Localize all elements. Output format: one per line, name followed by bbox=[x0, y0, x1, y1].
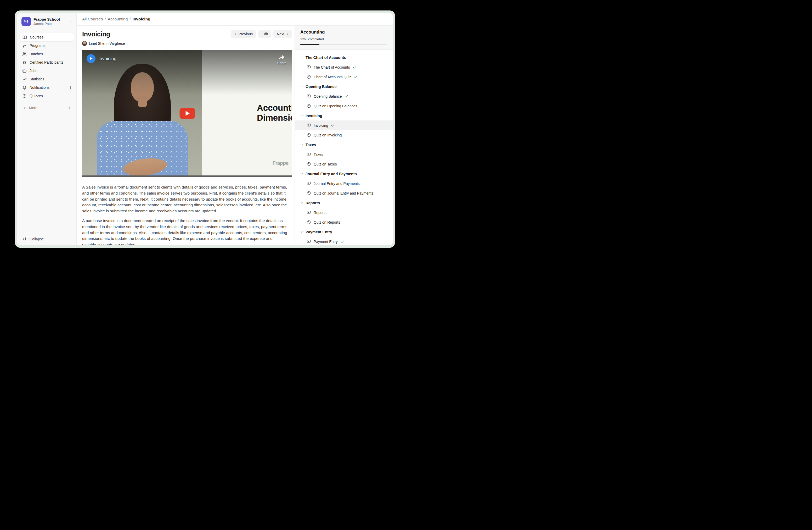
section-title: Reports bbox=[306, 201, 320, 205]
lesson-main: Invoicing Previous Edit Next bbox=[77, 26, 294, 245]
lesson-body: A Sales invoice is a formal document sen… bbox=[82, 184, 292, 245]
lesson-video-icon bbox=[307, 181, 311, 186]
presenter-neck bbox=[138, 99, 147, 107]
outline-quiz[interactable]: Quiz on Journal Entry and Payments bbox=[295, 188, 393, 198]
sidebar-item-jobs[interactable]: Jobs bbox=[20, 67, 74, 75]
lesson-paragraph: A purchase invoice is a document created… bbox=[82, 218, 288, 245]
author-avatar bbox=[82, 41, 87, 46]
quiz-icon bbox=[307, 104, 311, 108]
previous-button[interactable]: Previous bbox=[231, 30, 256, 38]
outline-section-invoicing[interactable]: Invoicing bbox=[295, 111, 393, 121]
sidebar-item-certified-participants[interactable]: Certified Participants bbox=[20, 58, 74, 67]
presenter-mic bbox=[142, 110, 143, 111]
sidebar-item-batches[interactable]: Batches bbox=[20, 50, 74, 58]
edit-button[interactable]: Edit bbox=[258, 30, 271, 38]
breadcrumb-separator: / bbox=[105, 17, 106, 22]
chevron-down-icon bbox=[300, 201, 303, 205]
plus-icon[interactable] bbox=[67, 106, 71, 110]
lesson-video-icon bbox=[307, 239, 311, 244]
outline-quiz[interactable]: Quiz on Reports bbox=[295, 217, 393, 227]
sidebar-item-label: More bbox=[29, 106, 64, 110]
breadcrumb-all-courses[interactable]: All Courses bbox=[82, 17, 103, 22]
outline-section-journal-entry[interactable]: Journal Entry and Payments bbox=[295, 169, 393, 179]
course-outline-list: The Chart of Accounts The Chart of Accou… bbox=[295, 50, 393, 245]
quiz-label: Quiz on Journal Entry and Payments bbox=[314, 191, 373, 195]
progress-bar-fill bbox=[300, 44, 319, 45]
breadcrumb-separator: / bbox=[130, 17, 131, 22]
author-row: Linet Sherin Varghese bbox=[82, 41, 292, 46]
app-window-frame: Frappe School Jannat Patel Courses Progr… bbox=[15, 11, 395, 248]
next-button[interactable]: Next bbox=[273, 30, 292, 38]
outline-section-reports[interactable]: Reports bbox=[295, 198, 393, 208]
book-open-icon bbox=[23, 35, 27, 40]
section-title: Taxes bbox=[306, 143, 316, 147]
outline-quiz[interactable]: Quiz on Taxes bbox=[295, 159, 393, 169]
chevron-down-icon bbox=[300, 56, 303, 59]
video-share-button[interactable]: Share bbox=[277, 54, 287, 65]
next-label: Next bbox=[277, 32, 284, 36]
video-title[interactable]: Invoicing bbox=[98, 56, 116, 61]
users-icon bbox=[22, 52, 27, 56]
sidebar-item-label: Quizzes bbox=[30, 94, 71, 98]
sidebar-item-label: Statistics bbox=[30, 77, 71, 81]
notification-count-badge: 1 bbox=[70, 86, 71, 89]
outline-lesson[interactable]: Reports bbox=[295, 208, 393, 217]
completed-check-icon bbox=[354, 75, 358, 79]
sidebar-item-programs[interactable]: Programs bbox=[20, 41, 74, 50]
course-progress-header: Accounting 22% completed bbox=[295, 26, 393, 50]
sidebar-item-notifications[interactable]: Notifications 1 bbox=[20, 83, 74, 92]
lesson-label: Invoicing bbox=[314, 123, 328, 127]
sidebar-item-courses[interactable]: Courses bbox=[20, 33, 74, 41]
outline-lesson[interactable]: The Chart of Accounts bbox=[295, 62, 393, 72]
outline-quiz[interactable]: Quiz on Opening Balances bbox=[295, 101, 393, 111]
outline-section-opening-balance[interactable]: Opening Balance bbox=[295, 82, 393, 92]
lesson-label: Opening Balance bbox=[314, 94, 342, 98]
chevron-down-icon bbox=[300, 85, 303, 88]
outline-section-payment-entry[interactable]: Payment Entry bbox=[295, 227, 393, 237]
outline-section-chart-of-accounts[interactable]: The Chart of Accounts bbox=[295, 53, 393, 62]
sidebar-item-label: Programs bbox=[30, 43, 71, 48]
completed-check-icon bbox=[344, 94, 348, 98]
quiz-label: Chart of Accounts Quiz bbox=[314, 75, 351, 79]
quiz-icon bbox=[307, 191, 311, 195]
sidebar-item-statistics[interactable]: Statistics bbox=[20, 75, 74, 83]
outline-lesson[interactable]: Taxes bbox=[295, 150, 393, 159]
play-button[interactable] bbox=[179, 108, 195, 118]
lesson-label: Reports bbox=[314, 211, 327, 215]
outline-quiz[interactable]: Chart of Accounts Quiz bbox=[295, 72, 393, 82]
outline-lesson[interactable]: Journal Entry and Payments bbox=[295, 179, 393, 188]
quiz-icon bbox=[307, 162, 311, 166]
section-title: Opening Balance bbox=[306, 85, 336, 89]
breadcrumb-accounting[interactable]: Accounting bbox=[108, 17, 128, 22]
workspace-switcher[interactable]: Frappe School Jannat Patel bbox=[21, 17, 73, 26]
edit-label: Edit bbox=[262, 32, 268, 36]
sidebar-item-more[interactable]: More bbox=[20, 104, 74, 112]
chevron-down-icon bbox=[300, 231, 303, 234]
workspace-info: Frappe School Jannat Patel bbox=[33, 17, 67, 26]
chevron-down-icon bbox=[300, 114, 303, 117]
outline-section-taxes[interactable]: Taxes bbox=[295, 140, 393, 150]
lesson-paragraph: A Sales invoice is a formal document sen… bbox=[82, 184, 288, 214]
video-player[interactable]: Accounting Dimensions Frappe F Invoicing bbox=[82, 50, 292, 177]
completed-check-icon bbox=[353, 65, 357, 69]
trending-up-icon bbox=[22, 77, 27, 81]
course-title: Accounting bbox=[300, 30, 387, 35]
quiz-icon bbox=[307, 220, 311, 224]
collapse-label: Collapse bbox=[30, 237, 44, 241]
sidebar-nav: Courses Programs Batches Certified Parti… bbox=[17, 29, 76, 237]
video-channel-avatar[interactable]: F bbox=[87, 54, 96, 63]
workspace-title: Frappe School bbox=[33, 17, 67, 22]
collapse-sidebar-button[interactable]: Collapse bbox=[22, 237, 71, 241]
previous-label: Previous bbox=[238, 32, 253, 36]
sidebar-item-label: Notifications bbox=[30, 85, 67, 89]
outline-lesson[interactable]: Payment Entry bbox=[295, 237, 393, 245]
sidebar-item-quizzes[interactable]: Quizzes bbox=[20, 92, 74, 100]
collapse-icon bbox=[22, 237, 27, 241]
video-title-overlay: F Invoicing bbox=[87, 54, 116, 63]
share-label: Share bbox=[277, 61, 287, 65]
sidebar: Frappe School Jannat Patel Courses Progr… bbox=[17, 13, 77, 245]
outline-quiz[interactable]: Quiz on Invoicing bbox=[295, 130, 393, 140]
outline-lesson-current[interactable]: Invoicing bbox=[295, 121, 393, 130]
quiz-label: Quiz on Invoicing bbox=[314, 133, 342, 137]
outline-lesson[interactable]: Opening Balance bbox=[295, 92, 393, 101]
